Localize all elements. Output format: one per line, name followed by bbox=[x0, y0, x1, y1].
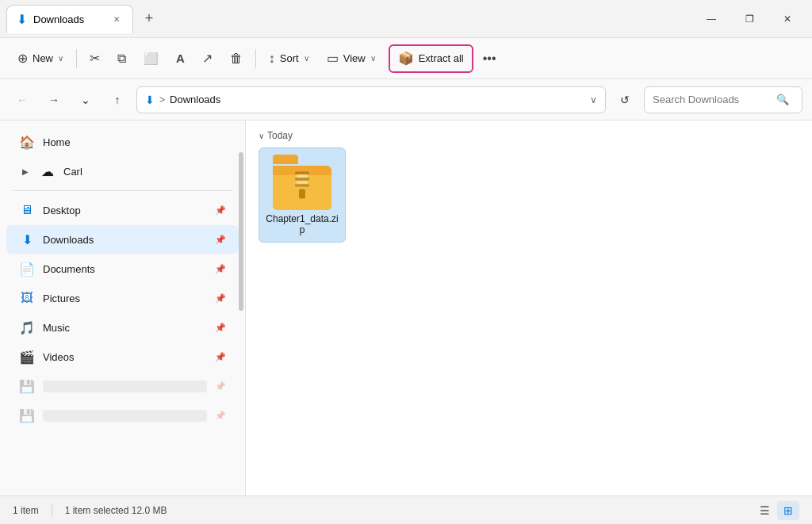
more-icon: ••• bbox=[483, 52, 496, 66]
view-caret: ∨ bbox=[370, 54, 376, 63]
search-box[interactable]: 🔍 bbox=[644, 86, 802, 113]
sidebar-item-blurred-1[interactable]: 💾 ████████ 📌 bbox=[6, 372, 239, 400]
sidebar-item-home[interactable]: 🏠 Home bbox=[6, 128, 239, 156]
new-button[interactable]: ⊕ New ∨ bbox=[10, 44, 71, 73]
sidebar-item-videos[interactable]: 🎬 Videos 📌 bbox=[6, 342, 239, 371]
pin-downloads-icon: 📌 bbox=[215, 235, 226, 245]
files-grid: Chapter1_data.zip bbox=[259, 147, 799, 243]
address-bar[interactable]: ⬇ > Downloads ∨ bbox=[136, 86, 606, 113]
pin-pictures-icon: 📌 bbox=[215, 293, 226, 304]
zip-overlay bbox=[295, 171, 309, 198]
share-icon: ↗ bbox=[202, 51, 213, 66]
sidebar-music-label: Music bbox=[43, 322, 207, 334]
sidebar-divider bbox=[13, 190, 232, 191]
blurred-icon-2: 💾 bbox=[19, 408, 35, 423]
sidebar-desktop-label: Desktop bbox=[43, 205, 207, 216]
zip-line-3 bbox=[295, 178, 309, 180]
sort-icon: ↕ bbox=[269, 52, 275, 66]
recent-locations-button[interactable]: ⌄ bbox=[73, 87, 98, 113]
pin-blurred-1-icon: 📌 bbox=[215, 381, 226, 392]
grid-view-button[interactable]: ⊞ bbox=[777, 501, 799, 520]
item-count: 1 item bbox=[13, 505, 39, 516]
location-icon: ⬇ bbox=[145, 94, 155, 106]
zip-pull bbox=[299, 189, 305, 198]
share-button[interactable]: ↗ bbox=[194, 44, 220, 73]
paste-icon: ⬜ bbox=[144, 52, 159, 66]
sidebar-item-blurred-2[interactable]: 💾 ████████ 📌 bbox=[6, 401, 239, 430]
view-button[interactable]: ▭ View ∨ bbox=[319, 44, 384, 73]
videos-icon: 🎬 bbox=[19, 350, 35, 365]
search-icon: 🔍 bbox=[776, 94, 789, 105]
blurred-icon-1: 💾 bbox=[19, 379, 35, 394]
scrollbar-thumb[interactable] bbox=[239, 152, 243, 311]
sidebar-item-carl[interactable]: ▶ ☁ Carl bbox=[6, 157, 239, 186]
sidebar-blurred-label-2: ████████ bbox=[43, 410, 207, 422]
pin-music-icon: 📌 bbox=[215, 323, 226, 333]
tab-close-button[interactable]: ✕ bbox=[110, 13, 123, 25]
sidebar-item-desktop[interactable]: 🖥 Desktop 📌 bbox=[6, 196, 239, 224]
sidebar-item-downloads[interactable]: ⬇ Downloads 📌 bbox=[6, 225, 239, 254]
paste-button[interactable]: ⬜ bbox=[136, 44, 167, 73]
today-section-header: ∨ Today bbox=[259, 130, 799, 141]
copy-button[interactable]: ⧉ bbox=[109, 44, 134, 73]
new-label: New bbox=[33, 52, 53, 64]
tab-area: ⬇ Downloads ✕ + bbox=[6, 5, 693, 33]
restore-button[interactable]: ❐ bbox=[731, 6, 768, 32]
tab-downloads[interactable]: ⬇ Downloads ✕ bbox=[6, 5, 133, 33]
address-dropdown[interactable]: ∨ bbox=[590, 94, 597, 105]
pin-documents-icon: 📌 bbox=[215, 264, 226, 274]
close-button[interactable]: ✕ bbox=[769, 6, 806, 32]
sidebar-downloads-label: Downloads bbox=[43, 234, 207, 246]
forward-button[interactable]: → bbox=[41, 87, 67, 113]
toolbar: ⊕ New ∨ ✂ ⧉ ⬜ A ↗ 🗑 ↕ Sort ∨ ▭ View ∨ 📦 … bbox=[0, 38, 812, 79]
new-tab-button[interactable]: + bbox=[136, 6, 162, 32]
zip-line-2 bbox=[297, 174, 308, 177]
more-button[interactable]: ••• bbox=[475, 44, 504, 73]
toolbar-divider-2 bbox=[255, 49, 256, 68]
content-area: ∨ Today C bbox=[246, 120, 812, 495]
sidebar-pictures-label: Pictures bbox=[43, 293, 207, 304]
delete-icon: 🗑 bbox=[230, 52, 243, 66]
cut-icon: ✂ bbox=[90, 51, 100, 66]
minimize-button[interactable]: — bbox=[693, 6, 730, 32]
documents-icon: 📄 bbox=[19, 262, 35, 277]
scrollbar-track bbox=[239, 120, 243, 495]
cloud-icon: ☁ bbox=[40, 164, 56, 179]
rename-icon: A bbox=[176, 52, 185, 65]
sort-button[interactable]: ↕ Sort ∨ bbox=[261, 44, 317, 73]
extract-label: Extract all bbox=[419, 52, 464, 64]
music-icon: 🎵 bbox=[19, 320, 35, 335]
sidebar-item-documents[interactable]: 📄 Documents 📌 bbox=[6, 254, 239, 283]
file-item-zip[interactable]: Chapter1_data.zip bbox=[259, 147, 346, 243]
selected-info: 1 item selected 12.0 MB bbox=[65, 505, 167, 516]
sidebar-documents-label: Documents bbox=[43, 263, 207, 275]
search-input[interactable] bbox=[653, 94, 772, 105]
zip-folder-icon bbox=[270, 155, 334, 210]
refresh-button[interactable]: ↺ bbox=[612, 87, 638, 113]
up-button[interactable]: ↑ bbox=[105, 87, 130, 113]
new-caret: ∨ bbox=[58, 54, 63, 63]
pin-desktop-icon: 📌 bbox=[215, 205, 226, 216]
downloads-icon: ⬇ bbox=[19, 232, 35, 247]
address-location: Downloads bbox=[170, 94, 220, 105]
sidebar-home-label: Home bbox=[43, 136, 226, 148]
extract-icon: 📦 bbox=[398, 51, 414, 66]
address-separator: > bbox=[159, 94, 165, 105]
today-label: Today bbox=[267, 130, 293, 141]
desktop-icon: 🖥 bbox=[19, 203, 35, 217]
zip-line-5 bbox=[295, 184, 309, 186]
title-bar: ⬇ Downloads ✕ + — ❐ ✕ bbox=[0, 0, 812, 38]
copy-icon: ⧉ bbox=[117, 52, 126, 66]
rename-button[interactable]: A bbox=[168, 44, 193, 73]
tab-title: Downloads bbox=[33, 13, 84, 25]
extract-all-button[interactable]: 📦 Extract all bbox=[389, 44, 473, 73]
today-chevron-icon: ∨ bbox=[259, 132, 264, 140]
sort-caret: ∨ bbox=[304, 54, 309, 63]
list-view-button[interactable]: ☰ bbox=[753, 501, 776, 520]
back-button[interactable]: ← bbox=[10, 87, 35, 113]
sidebar-item-pictures[interactable]: 🖼 Pictures 📌 bbox=[6, 284, 239, 312]
cut-button[interactable]: ✂ bbox=[82, 44, 108, 73]
sidebar-item-music[interactable]: 🎵 Music 📌 bbox=[6, 313, 239, 342]
expand-carl-icon: ▶ bbox=[19, 167, 32, 176]
delete-button[interactable]: 🗑 bbox=[222, 44, 251, 73]
